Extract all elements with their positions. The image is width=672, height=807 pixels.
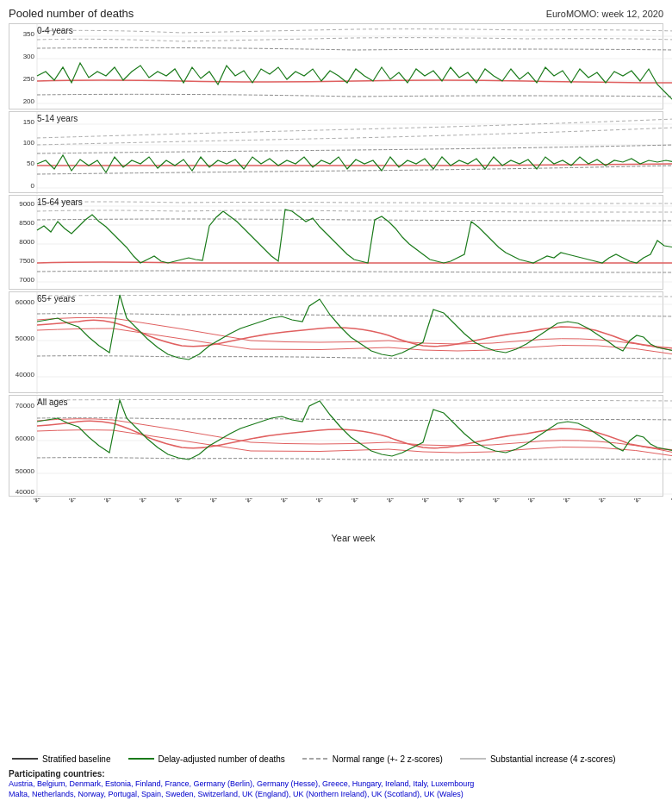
svg-text:200: 200 (23, 97, 35, 105)
svg-text:2018-32: 2018-32 (420, 498, 443, 504)
chart-panel-5-14: 5-14 years 150 100 50 0 (9, 111, 663, 193)
participating-text: Austria, Belgium, Denmark, Estonia, Finl… (9, 779, 663, 800)
participating-section: Participating countries: Austria, Belgiu… (9, 769, 663, 800)
svg-text:7500: 7500 (19, 257, 34, 265)
svg-text:Year week: Year week (332, 533, 376, 543)
svg-text:2017-48: 2017-48 (314, 498, 337, 504)
svg-text:60000: 60000 (16, 435, 35, 442)
svg-text:2017-24: 2017-24 (244, 498, 266, 504)
svg-text:50000: 50000 (16, 335, 35, 342)
chart-panel-0-4: 0-4 years 350 300 250 200 (9, 23, 663, 109)
svg-text:70000: 70000 (16, 402, 35, 410)
svg-text:2017-12: 2017-12 (208, 498, 231, 504)
chart-label-65plus: 65+ years (37, 294, 75, 303)
svg-text:50: 50 (27, 160, 34, 167)
chart-label-5-14: 5-14 years (37, 114, 78, 123)
svg-text:2018-20: 2018-20 (385, 498, 408, 504)
chart-svg-65plus: 60000 50000 40000 (9, 292, 672, 394)
svg-text:2016-28: 2016-28 (103, 498, 125, 504)
chart-label-15-64: 15-64 years (37, 197, 83, 207)
legend-area: Stratified baseline Delay-adjusted numbe… (9, 754, 663, 764)
header-row: Pooled number of deaths EuroMOMO: week 1… (9, 7, 663, 20)
main-container: Pooled number of deaths EuroMOMO: week 1… (0, 0, 672, 807)
svg-text:2019-28: 2019-28 (562, 498, 584, 504)
svg-text:2018-08: 2018-08 (350, 498, 372, 504)
legend-substantial: Substantial increase (4 z-scores) (460, 754, 616, 764)
chart-label-all: All ages (37, 397, 68, 407)
svg-text:150: 150 (23, 118, 35, 126)
svg-text:50000: 50000 (16, 467, 35, 475)
chart-svg-all: 70000 60000 50000 40000 (9, 396, 672, 497)
chart-svg-5-14: 150 100 50 0 (9, 112, 672, 194)
chart-panel-15-64: 15-64 years 9000 8500 8000 7500 7000 (9, 195, 663, 290)
svg-text:2016-40: 2016-40 (138, 498, 160, 504)
svg-text:40000: 40000 (16, 488, 35, 496)
svg-text:60000: 60000 (16, 298, 35, 306)
legend-baseline: Stratified baseline (12, 754, 111, 764)
svg-text:2016-52: 2016-52 (173, 498, 196, 504)
svg-text:2019-40: 2019-40 (597, 498, 619, 504)
legend-observed-label: Delay-adjusted number of deaths (159, 754, 285, 764)
svg-text:300: 300 (23, 53, 35, 60)
euromomo-label: EuroMOMO: week 12, 2020 (546, 9, 663, 19)
svg-text:2016-04: 2016-04 (32, 498, 54, 504)
main-title: Pooled number of deaths (9, 7, 134, 20)
svg-text:40000: 40000 (16, 371, 35, 378)
svg-text:250: 250 (23, 75, 35, 83)
svg-text:350: 350 (23, 30, 35, 38)
svg-text:2018-44: 2018-44 (456, 498, 478, 504)
svg-text:2019-04: 2019-04 (491, 498, 513, 504)
participating-title: Participating countries: (9, 769, 105, 779)
chart-svg-0-4: 350 300 250 200 (9, 24, 672, 110)
svg-text:2019-52: 2019-52 (632, 498, 655, 504)
svg-text:0: 0 (31, 182, 35, 190)
legend-normal: Normal range (+- 2 z-scores) (302, 754, 443, 764)
svg-text:2019-16: 2019-16 (526, 498, 549, 504)
x-axis-svg: 2016-04 2016-16 2016-28 2016-40 2016-52 … (9, 498, 672, 543)
chart-area: 0-4 years 350 300 250 200 (9, 23, 663, 749)
chart-svg-15-64: 9000 8500 8000 7500 7000 (9, 196, 672, 291)
chart-panel-65plus: 65+ years 60000 50000 40000 (9, 291, 663, 393)
svg-text:8000: 8000 (19, 238, 34, 246)
legend-substantial-label: Substantial increase (4 z-scores) (490, 754, 616, 764)
svg-text:8500: 8500 (19, 219, 34, 227)
svg-text:2017-36: 2017-36 (279, 498, 302, 504)
svg-text:9000: 9000 (19, 200, 34, 208)
legend-normal-label: Normal range (+- 2 z-scores) (333, 754, 443, 764)
svg-text:7000: 7000 (19, 276, 34, 284)
chart-panel-all: All ages 70000 60000 50000 40000 (9, 395, 663, 497)
chart-label-0-4: 0-4 years (37, 26, 73, 35)
svg-text:100: 100 (23, 139, 35, 147)
svg-text:2016-16: 2016-16 (67, 498, 90, 504)
legend-baseline-label: Stratified baseline (42, 754, 111, 764)
legend-observed: Delay-adjusted number of deaths (128, 754, 285, 764)
